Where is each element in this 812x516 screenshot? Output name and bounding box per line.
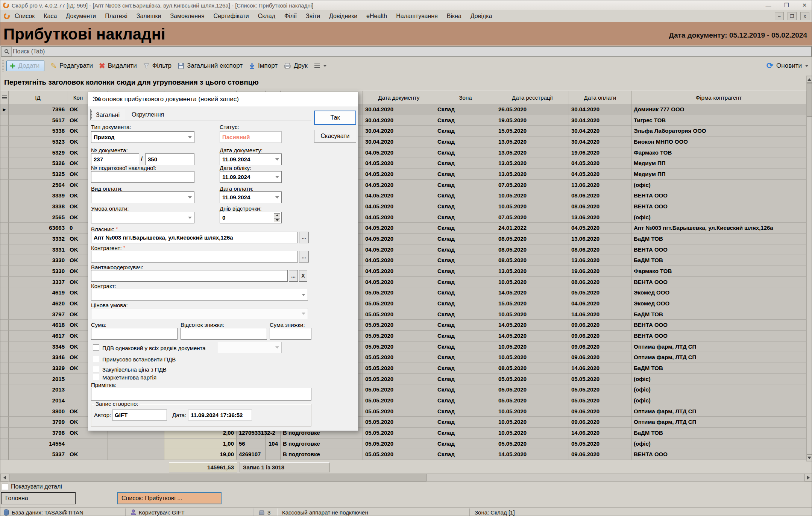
consignee-clear-button[interactable]: X: [299, 270, 307, 282]
menu-item[interactable]: Каса: [39, 13, 61, 20]
menu-item[interactable]: Вікна: [442, 13, 466, 20]
tab-list-active[interactable]: Список: Прибуткові ...: [117, 492, 222, 504]
contractor-browse-button[interactable]: ...: [299, 251, 309, 263]
cell-kon: OK: [67, 244, 89, 255]
vat-same-checkbox[interactable]: [93, 345, 99, 351]
menu-item[interactable]: Залишки: [132, 13, 166, 20]
search-input[interactable]: [12, 48, 811, 55]
cell-kon: OK: [67, 255, 89, 266]
menu-item[interactable]: Філії: [280, 13, 301, 20]
tab-main[interactable]: Головна: [1, 492, 76, 504]
owner-browse-button[interactable]: ...: [299, 232, 309, 243]
close-icon[interactable]: ✕: [799, 2, 810, 9]
column-header-firm[interactable]: Фірма-контрагент: [631, 91, 806, 104]
dialog-close-icon[interactable]: ✕: [93, 92, 103, 102]
menu-item[interactable]: Сертифікати: [209, 13, 253, 20]
doc-type-select[interactable]: Приход: [91, 131, 194, 143]
spin-down-icon[interactable]: [274, 218, 280, 222]
ok-button[interactable]: Так: [314, 111, 356, 125]
menu-item[interactable]: Склад: [253, 13, 280, 20]
menu-item[interactable]: Довідка: [466, 13, 497, 20]
consignee-input[interactable]: [91, 270, 288, 282]
vat-rate-select[interactable]: [217, 342, 282, 353]
print-button[interactable]: Друк: [284, 62, 308, 70]
cell-d3: 09.06.2020: [569, 320, 631, 331]
refresh-button[interactable]: ⟳ Оновити: [766, 61, 809, 71]
cell-zone: Склад: [435, 309, 496, 320]
author-input[interactable]: GIFT: [112, 410, 167, 420]
minimize-icon[interactable]: —: [763, 2, 774, 9]
scroll-right-icon[interactable]: [804, 474, 812, 481]
scroll-down-icon[interactable]: [807, 454, 812, 461]
mdi-minimize-icon[interactable]: –: [775, 12, 784, 20]
cell-zone: Склад: [435, 298, 496, 309]
filter-button[interactable]: Фільтр: [143, 62, 172, 70]
spin-up-icon[interactable]: [274, 213, 280, 217]
discount-percent-input[interactable]: [181, 328, 267, 340]
payment-term-select[interactable]: [91, 212, 194, 223]
contract-select[interactable]: [91, 289, 308, 300]
menu-item[interactable]: Замовлення: [165, 13, 209, 20]
dialog-tab-rounding[interactable]: Округлення: [126, 109, 169, 120]
vat-force-checkbox[interactable]: [93, 356, 99, 362]
price-with-vat-checkbox[interactable]: [93, 366, 99, 372]
cell-id: 2013: [9, 384, 67, 395]
menu-item[interactable]: Налаштування: [392, 13, 442, 20]
vertical-scrollbar-thumb[interactable]: [807, 83, 812, 117]
horizontal-scrollbar[interactable]: [0, 474, 812, 482]
cell-d3: 09.06.2020: [569, 331, 631, 341]
sum-input[interactable]: [91, 328, 178, 340]
column-header-id[interactable]: ІД: [9, 91, 67, 104]
menu-item[interactable]: eHealth: [362, 13, 392, 20]
menu-item[interactable]: Документи: [61, 13, 100, 20]
note-input[interactable]: [91, 388, 311, 401]
mdi-restore-icon[interactable]: ❐: [788, 12, 797, 20]
scroll-up-icon[interactable]: [807, 76, 812, 83]
view-menu-button[interactable]: [314, 63, 327, 69]
import-button[interactable]: Імпорт: [249, 62, 278, 70]
payment-kind-select[interactable]: [91, 191, 194, 203]
column-header-zone[interactable]: Зона: [435, 91, 496, 104]
consignee-browse-button[interactable]: ...: [289, 270, 298, 282]
cancel-button[interactable]: Скасувати: [314, 130, 356, 143]
cell-zone: Склад: [435, 428, 496, 439]
price-condition-select[interactable]: [91, 308, 308, 319]
menu-item[interactable]: Список: [10, 13, 39, 20]
table-row[interactable]: 5337OK19,004269107В подготовке05.05.2020…: [0, 449, 806, 460]
toolbar-grip[interactable]: [2, 60, 4, 71]
doc-number-input-2[interactable]: 350: [145, 153, 194, 165]
cell-sel: [0, 277, 9, 288]
app-window: Скарб pro v. 4.0.2.77 [ІД: 969] - [Апт №…: [0, 0, 812, 516]
vertical-scrollbar[interactable]: [806, 76, 812, 461]
menu-item[interactable]: Довідники: [325, 13, 362, 20]
export-button[interactable]: Загальний експорт: [178, 62, 243, 70]
contractor-input[interactable]: [91, 251, 298, 263]
table-row[interactable]: 145541,0056104В подготовке05.05.2020Скла…: [0, 439, 806, 449]
edit-button[interactable]: ✎ Редагувати: [50, 61, 93, 70]
payment-date-select[interactable]: 11.09.2024: [220, 191, 282, 203]
column-header-kon[interactable]: Кон: [67, 91, 89, 104]
column-header-d3[interactable]: Дата оплати: [569, 91, 631, 104]
doc-number-input-1[interactable]: 237: [91, 153, 139, 165]
column-header-d1[interactable]: Дата документу: [363, 91, 435, 104]
owner-input[interactable]: Апт №003 пгт.Барышевка, ул.Киевский шлях…: [91, 232, 298, 243]
cell-d3: 30.04.2020: [569, 104, 631, 115]
doc-date-select[interactable]: 11.09.2024: [220, 153, 282, 165]
show-details-checkbox[interactable]: [2, 484, 8, 490]
discount-sum-input[interactable]: [270, 328, 311, 340]
column-header-sel[interactable]: [0, 91, 9, 104]
dialog-tab-general[interactable]: Загальні: [90, 109, 125, 120]
account-date-select[interactable]: 11.09.2024: [220, 171, 282, 183]
mdi-close-icon[interactable]: x: [800, 12, 809, 20]
scroll-left-icon[interactable]: [1, 474, 8, 481]
delete-button[interactable]: ✖ Видалити: [99, 61, 137, 70]
column-header-d2[interactable]: Дата реєстрації: [496, 91, 569, 104]
maximize-icon[interactable]: ❐: [781, 2, 792, 9]
marketing-batch-checkbox[interactable]: [93, 374, 99, 380]
delay-days-spinner[interactable]: 0: [220, 212, 282, 223]
tax-invoice-number-input[interactable]: [91, 171, 194, 183]
add-button[interactable]: + Додати: [6, 61, 44, 71]
horizontal-scrollbar-thumb[interactable]: [9, 474, 426, 481]
menu-item[interactable]: Звіти: [301, 13, 325, 20]
menu-item[interactable]: Платежі: [100, 13, 132, 20]
